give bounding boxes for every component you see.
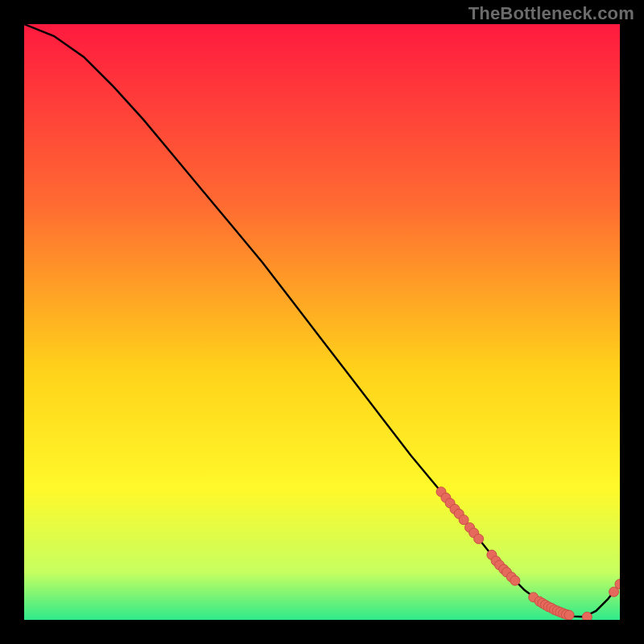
gradient-background [24, 24, 620, 620]
chart-svg [24, 24, 620, 620]
chart-plot-area [24, 24, 620, 620]
chart-stage: TheBottleneck.com [0, 0, 644, 644]
data-point-marker [510, 576, 520, 585]
data-point-marker [582, 612, 592, 620]
data-point-marker [564, 610, 574, 620]
data-point-marker [474, 534, 484, 543]
watermark-text: TheBottleneck.com [469, 3, 634, 24]
